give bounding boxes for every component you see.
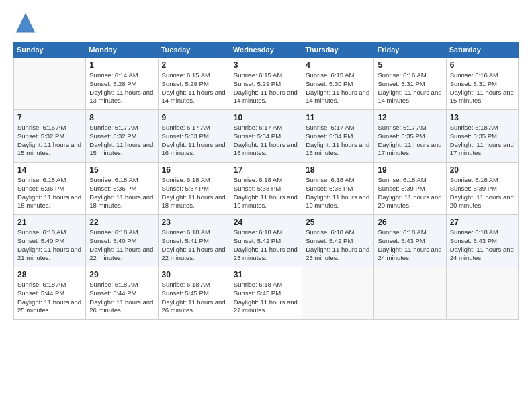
day-cell: 22Sunrise: 6:18 AMSunset: 5:40 PMDayligh… xyxy=(86,215,158,267)
day-info: Sunrise: 6:14 AMSunset: 5:28 PMDaylight:… xyxy=(89,71,154,105)
day-cell: 24Sunrise: 6:18 AMSunset: 5:42 PMDayligh… xyxy=(230,215,302,267)
day-cell: 14Sunrise: 6:18 AMSunset: 5:36 PMDayligh… xyxy=(14,163,86,215)
day-number: 18 xyxy=(306,165,370,175)
logo xyxy=(13,11,40,35)
day-info: Sunrise: 6:17 AMSunset: 5:33 PMDaylight:… xyxy=(162,124,226,158)
day-number: 15 xyxy=(89,165,154,175)
day-cell: 8Sunrise: 6:17 AMSunset: 5:32 PMDaylight… xyxy=(86,110,158,163)
day-info: Sunrise: 6:18 AMSunset: 5:41 PMDaylight:… xyxy=(162,228,226,263)
day-cell: 4Sunrise: 6:15 AMSunset: 5:30 PMDaylight… xyxy=(302,58,374,110)
day-cell: 29Sunrise: 6:18 AMSunset: 5:44 PMDayligh… xyxy=(86,267,158,320)
day-info: Sunrise: 6:18 AMSunset: 5:43 PMDaylight:… xyxy=(378,228,442,263)
day-number: 17 xyxy=(234,165,298,175)
day-cell: 3Sunrise: 6:15 AMSunset: 5:29 PMDaylight… xyxy=(230,58,302,110)
day-cell: 2Sunrise: 6:15 AMSunset: 5:29 PMDaylight… xyxy=(158,58,230,110)
day-cell xyxy=(446,267,518,320)
day-info: Sunrise: 6:18 AMSunset: 5:35 PMDaylight:… xyxy=(450,124,515,158)
day-number: 28 xyxy=(17,270,82,279)
weekday-saturday: Saturday xyxy=(446,42,518,58)
day-number: 23 xyxy=(162,218,226,227)
day-cell: 17Sunrise: 6:18 AMSunset: 5:38 PMDayligh… xyxy=(230,163,302,215)
logo-icon xyxy=(13,11,38,35)
day-info: Sunrise: 6:18 AMSunset: 5:36 PMDaylight:… xyxy=(17,176,82,210)
page: SundayMondayTuesdayWednesdayThursdayFrid… xyxy=(0,0,532,411)
weekday-thursday: Thursday xyxy=(302,42,374,58)
day-cell: 6Sunrise: 6:16 AMSunset: 5:31 PMDaylight… xyxy=(446,58,518,110)
day-cell xyxy=(374,267,446,320)
weekday-sunday: Sunday xyxy=(14,42,86,58)
day-number: 31 xyxy=(234,270,298,279)
day-cell: 18Sunrise: 6:18 AMSunset: 5:38 PMDayligh… xyxy=(302,163,374,215)
weekday-wednesday: Wednesday xyxy=(230,42,302,58)
day-info: Sunrise: 6:18 AMSunset: 5:42 PMDaylight:… xyxy=(234,228,298,263)
day-number: 16 xyxy=(162,165,226,175)
day-number: 29 xyxy=(89,270,154,279)
day-number: 9 xyxy=(162,113,226,122)
day-cell: 5Sunrise: 6:16 AMSunset: 5:31 PMDaylight… xyxy=(374,58,446,110)
day-info: Sunrise: 6:18 AMSunset: 5:40 PMDaylight:… xyxy=(17,228,82,263)
day-cell: 30Sunrise: 6:18 AMSunset: 5:45 PMDayligh… xyxy=(158,267,230,320)
day-info: Sunrise: 6:15 AMSunset: 5:29 PMDaylight:… xyxy=(234,71,298,105)
day-info: Sunrise: 6:17 AMSunset: 5:34 PMDaylight:… xyxy=(234,124,298,158)
day-number: 22 xyxy=(89,218,154,227)
day-number: 10 xyxy=(234,113,298,122)
day-cell: 12Sunrise: 6:17 AMSunset: 5:35 PMDayligh… xyxy=(374,110,446,163)
day-info: Sunrise: 6:17 AMSunset: 5:32 PMDaylight:… xyxy=(89,124,154,158)
day-number: 21 xyxy=(17,218,82,227)
day-number: 4 xyxy=(306,60,370,70)
day-info: Sunrise: 6:18 AMSunset: 5:45 PMDaylight:… xyxy=(162,281,226,315)
day-cell: 7Sunrise: 6:16 AMSunset: 5:32 PMDaylight… xyxy=(14,110,86,163)
day-number: 1 xyxy=(89,60,154,70)
day-number: 3 xyxy=(234,60,298,70)
week-row-3: 14Sunrise: 6:18 AMSunset: 5:36 PMDayligh… xyxy=(14,163,519,215)
day-number: 30 xyxy=(162,270,226,279)
day-cell: 25Sunrise: 6:18 AMSunset: 5:42 PMDayligh… xyxy=(302,215,374,267)
weekday-tuesday: Tuesday xyxy=(158,42,230,58)
day-info: Sunrise: 6:17 AMSunset: 5:34 PMDaylight:… xyxy=(306,124,370,158)
day-info: Sunrise: 6:16 AMSunset: 5:31 PMDaylight:… xyxy=(378,71,442,105)
day-cell: 20Sunrise: 6:18 AMSunset: 5:39 PMDayligh… xyxy=(446,163,518,215)
day-info: Sunrise: 6:18 AMSunset: 5:42 PMDaylight:… xyxy=(306,228,370,263)
day-info: Sunrise: 6:18 AMSunset: 5:45 PMDaylight:… xyxy=(234,281,298,315)
day-number: 20 xyxy=(450,165,515,175)
day-number: 26 xyxy=(378,218,442,227)
day-number: 14 xyxy=(17,165,82,175)
day-cell: 19Sunrise: 6:18 AMSunset: 5:39 PMDayligh… xyxy=(374,163,446,215)
day-info: Sunrise: 6:18 AMSunset: 5:38 PMDaylight:… xyxy=(306,176,370,210)
day-number: 27 xyxy=(450,218,515,227)
day-info: Sunrise: 6:18 AMSunset: 5:40 PMDaylight:… xyxy=(89,228,154,263)
day-number: 5 xyxy=(378,60,442,70)
day-number: 8 xyxy=(89,113,154,122)
day-cell: 23Sunrise: 6:18 AMSunset: 5:41 PMDayligh… xyxy=(158,215,230,267)
day-cell: 10Sunrise: 6:17 AMSunset: 5:34 PMDayligh… xyxy=(230,110,302,163)
day-cell: 31Sunrise: 6:18 AMSunset: 5:45 PMDayligh… xyxy=(230,267,302,320)
day-info: Sunrise: 6:18 AMSunset: 5:44 PMDaylight:… xyxy=(17,281,82,315)
day-cell: 16Sunrise: 6:18 AMSunset: 5:37 PMDayligh… xyxy=(158,163,230,215)
day-number: 2 xyxy=(162,60,226,70)
day-number: 11 xyxy=(306,113,370,122)
day-info: Sunrise: 6:18 AMSunset: 5:38 PMDaylight:… xyxy=(234,176,298,210)
day-info: Sunrise: 6:15 AMSunset: 5:29 PMDaylight:… xyxy=(162,71,226,105)
day-cell: 11Sunrise: 6:17 AMSunset: 5:34 PMDayligh… xyxy=(302,110,374,163)
day-info: Sunrise: 6:18 AMSunset: 5:36 PMDaylight:… xyxy=(89,176,154,210)
week-row-4: 21Sunrise: 6:18 AMSunset: 5:40 PMDayligh… xyxy=(14,215,519,267)
header xyxy=(13,11,519,35)
day-cell: 1Sunrise: 6:14 AMSunset: 5:28 PMDaylight… xyxy=(86,58,158,110)
day-cell: 15Sunrise: 6:18 AMSunset: 5:36 PMDayligh… xyxy=(86,163,158,215)
day-cell: 26Sunrise: 6:18 AMSunset: 5:43 PMDayligh… xyxy=(374,215,446,267)
day-info: Sunrise: 6:18 AMSunset: 5:43 PMDaylight:… xyxy=(450,228,515,263)
day-info: Sunrise: 6:16 AMSunset: 5:31 PMDaylight:… xyxy=(450,71,515,105)
day-number: 6 xyxy=(450,60,515,70)
day-number: 13 xyxy=(450,113,515,122)
day-cell: 9Sunrise: 6:17 AMSunset: 5:33 PMDaylight… xyxy=(158,110,230,163)
day-info: Sunrise: 6:18 AMSunset: 5:39 PMDaylight:… xyxy=(450,176,515,210)
week-row-1: 1Sunrise: 6:14 AMSunset: 5:28 PMDaylight… xyxy=(14,58,519,110)
day-info: Sunrise: 6:17 AMSunset: 5:35 PMDaylight:… xyxy=(378,124,442,158)
weekday-monday: Monday xyxy=(86,42,158,58)
calendar-table: SundayMondayTuesdayWednesdayThursdayFrid… xyxy=(13,42,519,320)
day-info: Sunrise: 6:18 AMSunset: 5:37 PMDaylight:… xyxy=(162,176,226,210)
day-number: 19 xyxy=(378,165,442,175)
weekday-friday: Friday xyxy=(374,42,446,58)
day-cell xyxy=(302,267,374,320)
week-row-2: 7Sunrise: 6:16 AMSunset: 5:32 PMDaylight… xyxy=(14,110,519,163)
